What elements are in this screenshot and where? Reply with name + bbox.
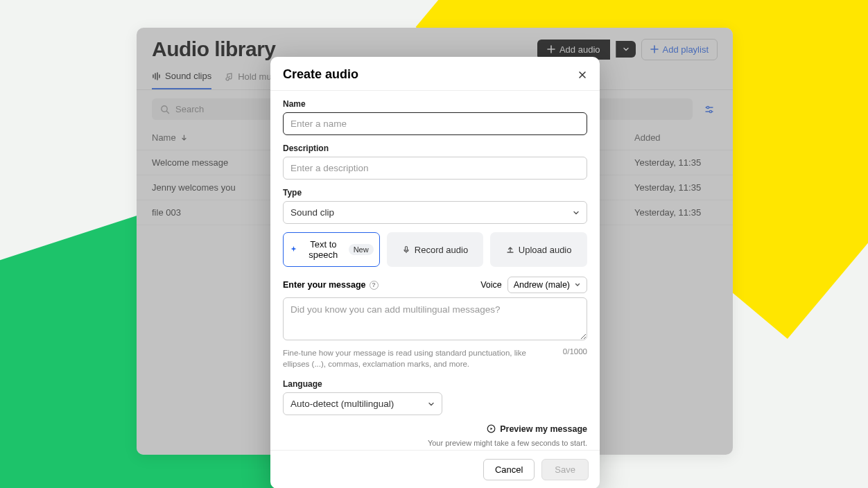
language-label: Language (283, 379, 587, 389)
cell-added: Yesterday, 11:35 (634, 157, 718, 168)
cell-added: Yesterday, 11:35 (634, 182, 718, 193)
search-placeholder: Search (175, 104, 204, 114)
microphone-icon (402, 245, 410, 254)
type-select[interactable]: Sound clip (283, 201, 587, 224)
mode-label: Text to speech (302, 239, 345, 260)
cell-added: Yesterday, 11:35 (634, 207, 718, 218)
page-title: Audio library (152, 37, 276, 61)
search-icon (160, 105, 170, 114)
add-audio-dropdown-button[interactable] (616, 41, 636, 58)
add-audio-label: Add audio (559, 44, 600, 55)
description-input[interactable] (283, 157, 587, 180)
mode-label: Record audio (415, 245, 468, 255)
modal-title: Create audio (283, 67, 358, 82)
play-circle-icon (487, 424, 496, 433)
name-label: Name (283, 99, 587, 109)
music-note-icon (225, 72, 234, 81)
svg-point-2 (709, 110, 711, 112)
preview-link-label: Preview my message (500, 424, 587, 434)
character-counter: 0/1000 (563, 347, 587, 369)
message-label: Enter your message (283, 280, 366, 290)
plus-icon (547, 45, 555, 53)
message-hint: Fine-tune how your message is read using… (283, 347, 552, 369)
svg-point-1 (706, 106, 709, 108)
mode-text-to-speech[interactable]: Text to speech New (283, 232, 380, 267)
cancel-button[interactable]: Cancel (483, 459, 535, 480)
language-select[interactable]: Auto-detect (multilingual) (283, 392, 442, 415)
svg-point-0 (162, 105, 167, 111)
preview-message-button[interactable]: Preview my message (487, 424, 587, 434)
mode-label: Upload audio (519, 245, 572, 255)
close-button[interactable] (578, 70, 587, 80)
voice-value: Andrew (male) (514, 280, 570, 290)
mode-upload-audio[interactable]: Upload audio (490, 232, 587, 267)
name-input[interactable] (283, 112, 587, 135)
plus-icon (650, 45, 659, 53)
upload-icon (506, 245, 514, 254)
preview-hint: Your preview might take a few seconds to… (283, 439, 587, 447)
type-label: Type (283, 188, 587, 198)
create-audio-modal: Create audio Name Description Type Sound… (270, 57, 600, 488)
close-icon (578, 70, 587, 80)
help-icon[interactable]: ? (370, 281, 379, 290)
sparkle-icon (289, 245, 298, 254)
col-name-label: Name (152, 132, 176, 143)
voice-label: Voice (480, 280, 502, 290)
chevron-down-icon (427, 400, 435, 408)
col-added[interactable]: Added (634, 132, 718, 143)
svg-rect-3 (405, 247, 407, 251)
add-playlist-button[interactable]: Add playlist (641, 39, 718, 60)
sort-down-icon (181, 134, 187, 141)
tab-sound-clips[interactable]: Sound clips (152, 71, 211, 89)
add-playlist-label: Add playlist (663, 44, 709, 55)
soundwave-icon (152, 71, 162, 81)
voice-select[interactable]: Andrew (male) (507, 277, 587, 293)
chevron-down-icon (623, 46, 630, 53)
save-button[interactable]: Save (541, 459, 589, 480)
tab-label: Sound clips (165, 71, 211, 81)
sliders-icon (704, 104, 715, 115)
chevron-down-icon (574, 281, 581, 288)
mode-record-audio[interactable]: Record audio (387, 232, 484, 267)
new-badge: New (349, 244, 374, 255)
filter-sliders-button[interactable] (701, 101, 718, 118)
description-label: Description (283, 143, 587, 153)
message-textarea[interactable] (283, 297, 587, 340)
